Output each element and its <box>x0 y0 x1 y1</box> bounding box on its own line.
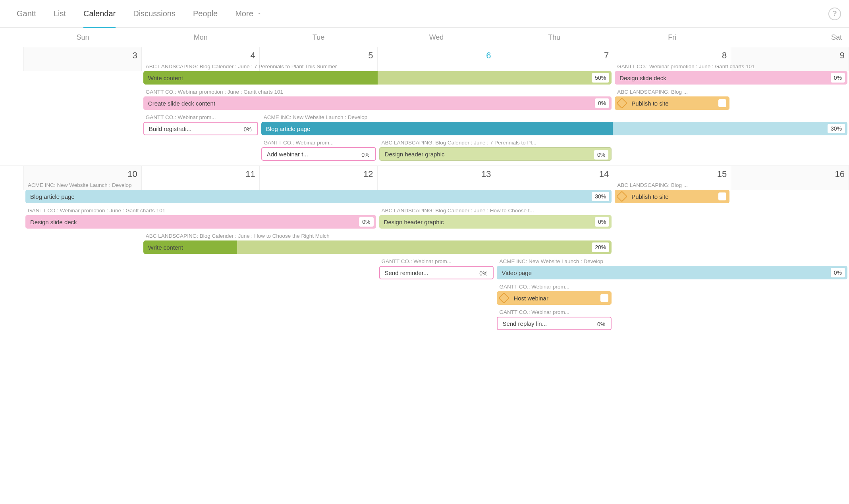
task-percent: 50% <box>592 73 609 83</box>
task-group-label: ABC LANDSCAPING: Blog Calender : June : … <box>378 139 614 146</box>
progress-segment: Write content <box>143 71 378 85</box>
task-rows: ACME INC: New Website Launch : DevelopAB… <box>0 190 849 335</box>
task-bar[interactable]: Design slide deck 0% <box>615 71 847 85</box>
task-group-label: GANTT CO.: Webinar prom... <box>378 257 496 265</box>
progress-segment <box>378 71 612 85</box>
task-bar[interactable]: Design header graphic 0% <box>379 215 612 229</box>
progress-segment: Write content <box>143 240 237 254</box>
tab-discussions[interactable]: Discussions <box>124 0 184 28</box>
progress-segment: Blog article page <box>261 122 613 135</box>
milestone-bar[interactable]: Publish to site <box>615 96 729 110</box>
task-row: ACME INC: New Website Launch : DevelopAB… <box>0 190 849 203</box>
dh-sun: Sun <box>24 33 142 42</box>
gutter <box>0 166 24 190</box>
task-label: Write content <box>143 244 183 251</box>
task-label: Blog article page <box>261 125 311 132</box>
task-row: GANTT CO.: Webinar promotion : June : Ga… <box>0 215 849 229</box>
progress-segment <box>237 240 612 254</box>
day-number: 5 <box>260 50 373 61</box>
tab-calendar[interactable]: Calendar <box>75 0 124 28</box>
task-group-label: ABC LANDSCAPING: Blog ... <box>613 181 731 189</box>
task-percent: 0% <box>358 150 372 160</box>
diamond-icon <box>498 292 509 304</box>
tab-people[interactable]: People <box>184 0 226 28</box>
task-percent: 0% <box>359 217 373 227</box>
dh-tue: Tue <box>260 33 378 42</box>
milestone-label: Publish to site <box>631 100 668 107</box>
task-label: Video page <box>502 269 532 276</box>
task-row: GANTT CO.: Webinar prom... Send replay l… <box>0 317 849 330</box>
day-number: 6 <box>378 50 491 61</box>
progress-segment <box>613 122 847 135</box>
milestone-checkbox[interactable] <box>718 99 726 107</box>
task-bar[interactable]: Send replay lin... 0% <box>497 317 612 330</box>
day-cell[interactable]: 3 <box>24 47 142 71</box>
task-row: GANTT CO.: Webinar prom... Host webinar <box>0 291 849 305</box>
task-bar[interactable]: Add webinar t... 0% <box>261 147 376 161</box>
task-bar[interactable]: Blog article page30% <box>261 122 847 135</box>
task-bar[interactable]: Design header graphic 0% <box>379 147 612 161</box>
dh-fri: Fri <box>613 33 731 42</box>
task-row: ABC LANDSCAPING: Blog Calender : June : … <box>0 71 849 85</box>
day-number: 15 <box>613 168 727 179</box>
milestone-checkbox[interactable] <box>718 192 726 200</box>
task-bar[interactable]: Create slide deck content 0% <box>143 96 612 110</box>
diamond-icon <box>616 191 627 202</box>
task-bar[interactable]: Write content50% <box>143 71 612 85</box>
gutter <box>0 47 24 71</box>
milestone-checkbox[interactable] <box>600 294 608 302</box>
task-group-label: GANTT CO.: Webinar promotion : June : Ga… <box>24 206 378 214</box>
task-group-label: ACME INC: New Website Launch : Develop <box>24 181 613 189</box>
chevron-down-icon <box>257 9 262 18</box>
task-group-label: GANTT CO.: Webinar promotion : June : Ga… <box>142 88 613 96</box>
task-percent: 0% <box>595 217 609 227</box>
task-percent: 0% <box>831 73 845 83</box>
task-group-label: ABC LANDSCAPING: Blog Calender : June : … <box>142 62 613 70</box>
task-percent: 20% <box>592 242 609 252</box>
task-label: Design slide deck <box>30 219 77 225</box>
diamond-icon <box>616 98 627 109</box>
day-number: 4 <box>142 50 255 61</box>
task-bar[interactable]: Build registrati... 0% <box>143 122 258 135</box>
task-label: Design header graphic <box>384 219 444 225</box>
task-bar[interactable]: Video page 0% <box>497 266 847 279</box>
dh-mon: Mon <box>142 33 260 42</box>
task-percent: 0% <box>240 125 255 134</box>
task-bar[interactable]: Blog article page 30% <box>25 190 612 203</box>
task-bar[interactable]: Design slide deck 0% <box>25 215 376 229</box>
task-label: Add webinar t... <box>267 151 308 158</box>
task-bar[interactable]: Write content20% <box>143 240 612 254</box>
help-icon[interactable]: ? <box>828 8 841 20</box>
milestone-bar[interactable]: Publish to site <box>615 190 729 203</box>
day-number: 11 <box>142 168 255 179</box>
dh-wed: Wed <box>378 33 496 42</box>
tab-list[interactable]: List <box>45 0 75 28</box>
task-label: Send reminder... <box>385 269 428 276</box>
task-label: Write content <box>143 75 183 81</box>
milestone-label: Host webinar <box>513 295 548 302</box>
tab-gantt[interactable]: Gantt <box>8 0 45 28</box>
task-label: Blog article page <box>30 193 75 200</box>
task-percent: 0% <box>476 269 490 278</box>
task-label: Build registrati... <box>149 125 192 132</box>
day-number: 16 <box>731 168 845 179</box>
day-number: 8 <box>613 50 727 61</box>
task-row: GANTT CO.: Webinar prom...ACME INC: New … <box>0 266 849 279</box>
task-group-label: GANTT CO.: Webinar prom... <box>495 308 613 316</box>
milestone-bar[interactable]: Host webinar <box>497 291 612 305</box>
tab-more[interactable]: More <box>226 0 271 28</box>
week-row-2: 10111213141516ACME INC: New Website Laun… <box>0 165 849 335</box>
day-number: 13 <box>378 168 491 179</box>
dh-thu: Thu <box>495 33 613 42</box>
day-headers: Sun Mon Tue Wed Thu Fri Sat <box>0 28 849 47</box>
calendar: Sun Mon Tue Wed Thu Fri Sat 3456789ABC L… <box>0 28 849 335</box>
day-number: 12 <box>260 168 373 179</box>
task-group-label: GANTT CO.: Webinar prom... <box>142 113 260 121</box>
day-cell[interactable]: 16 <box>731 166 849 190</box>
task-group-label: ABC LANDSCAPING: Blog Calender : June : … <box>378 206 614 214</box>
day-number: 10 <box>24 168 137 179</box>
task-percent: 30% <box>592 192 609 201</box>
task-group-label: GANTT CO.: Webinar prom... <box>495 283 613 290</box>
task-row: ABC LANDSCAPING: Blog Calender : June : … <box>0 240 849 254</box>
task-bar[interactable]: Send reminder... 0% <box>379 266 494 279</box>
